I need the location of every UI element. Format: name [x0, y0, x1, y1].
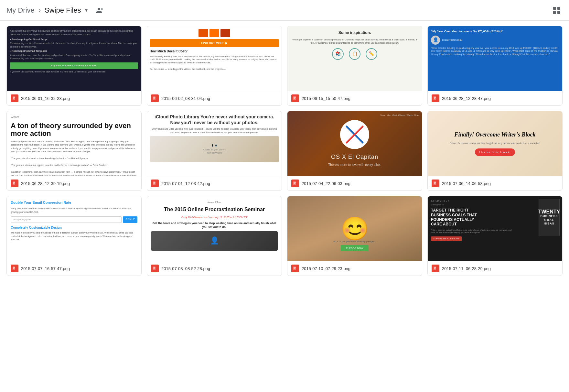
folder-dropdown-arrow[interactable]: ▾ [85, 7, 88, 13]
file-type-icon [291, 94, 299, 102]
file-name: 2015-06-28_12-28-47.png [442, 96, 491, 101]
header-right [551, 5, 563, 16]
file-card[interactable]: Finally! Overcome Writer's Block A free,… [427, 111, 563, 191]
file-card[interactable]: James Clear The 2015 Online Procrastinat… [147, 196, 282, 276]
file-name: 2015-07-07_16-57-47.png [21, 266, 70, 271]
svg-point-0 [98, 8, 100, 10]
file-footer: 2015-06-01_16-32-23.png [7, 91, 141, 105]
file-name: 2015-07-06_14-06-58.png [442, 181, 491, 186]
file-card[interactable]: Double Your Email Conversion Rate Many s… [6, 196, 142, 276]
file-name: 2015-06-01_16-32-23.png [21, 96, 70, 101]
file-type-icon [432, 180, 439, 187]
files-grid: A document that overviews the structure … [0, 21, 569, 281]
file-name: 2015-07-04_22-06-03.png [302, 181, 350, 186]
file-type-icon [151, 265, 159, 272]
header: My Drive › Swipe Files ▾ [0, 0, 569, 21]
file-card[interactable]: Some inspiration. We've put together a c… [287, 26, 422, 106]
file-card[interactable]: A document that overviews the structure … [6, 26, 142, 106]
file-type-icon [432, 265, 439, 272]
share-people-icon[interactable] [94, 5, 106, 16]
file-card[interactable]: OS X El Capitan There's more to love wit… [287, 111, 422, 191]
file-footer: 2015-07-01_12-03-42.png [147, 176, 282, 191]
svg-rect-5 [557, 11, 560, 14]
grid-view-icon[interactable] [551, 5, 563, 16]
file-footer: 2015-06-15_15-50-47.png [287, 91, 422, 105]
file-card[interactable]: ABILITYHOUR james@francis TARGET THE RIG… [427, 196, 563, 276]
file-type-icon [11, 265, 18, 272]
file-card[interactable]: 😊 66,477 people have already pledged. PL… [287, 196, 422, 276]
svg-rect-3 [557, 7, 560, 10]
file-footer: 2015-07-08_08-52-28.png [147, 261, 282, 276]
file-card[interactable]: Whoa! A ton of theory surrounded by even… [6, 111, 142, 191]
my-drive-link[interactable]: My Drive [6, 6, 35, 15]
svg-rect-2 [553, 7, 556, 10]
file-name: 2015-06-28_12-39-19.png [21, 181, 70, 186]
file-name: 2015-07-01_12-03-42.png [161, 181, 210, 186]
file-type-icon [291, 265, 299, 272]
file-footer: 2015-07-07_16-57-47.png [7, 261, 141, 276]
breadcrumb-separator: › [38, 6, 41, 15]
file-type-icon [11, 94, 18, 102]
file-footer: 2015-07-11_06-28-29.png [428, 261, 562, 276]
file-footer: 2015-06-28_12-39-19.png [7, 176, 141, 191]
file-footer: 2015-06-28_12-28-47.png [428, 91, 562, 105]
file-name: 2015-06-15_15-50-47.png [302, 96, 350, 101]
svg-point-1 [101, 8, 103, 10]
swipe-files-title: Swipe Files [45, 6, 81, 15]
file-name: 2015-07-08_08-52-28.png [161, 266, 210, 271]
file-type-icon [291, 180, 299, 187]
file-footer: 2015-07-04_22-06-03.png [287, 176, 422, 191]
file-card[interactable]: FIND OUT MORE ▶ How Much Does It Cost? I… [147, 26, 282, 106]
file-card[interactable]: iCloud Photo Library You're never withou… [147, 111, 282, 191]
file-footer: 2015-07-10_07-29-23.png [287, 261, 422, 276]
file-footer: 2015-06-02_08-31-04.png [147, 91, 282, 105]
file-footer: 2015-07-06_14-06-58.png [428, 176, 562, 191]
file-card[interactable]: "My Year Over Year Income is Up $70,000+… [427, 26, 563, 106]
file-type-icon [151, 94, 159, 102]
svg-rect-4 [553, 11, 556, 14]
file-name: 2015-07-11_06-28-29.png [442, 266, 491, 271]
file-name: 2015-07-10_07-29-23.png [302, 266, 350, 271]
file-name: 2015-06-02_08-31-04.png [161, 96, 210, 101]
file-type-icon [11, 180, 18, 187]
file-type-icon [432, 94, 439, 102]
file-type-icon [151, 180, 159, 187]
breadcrumb: My Drive › Swipe Files ▾ [6, 5, 551, 16]
